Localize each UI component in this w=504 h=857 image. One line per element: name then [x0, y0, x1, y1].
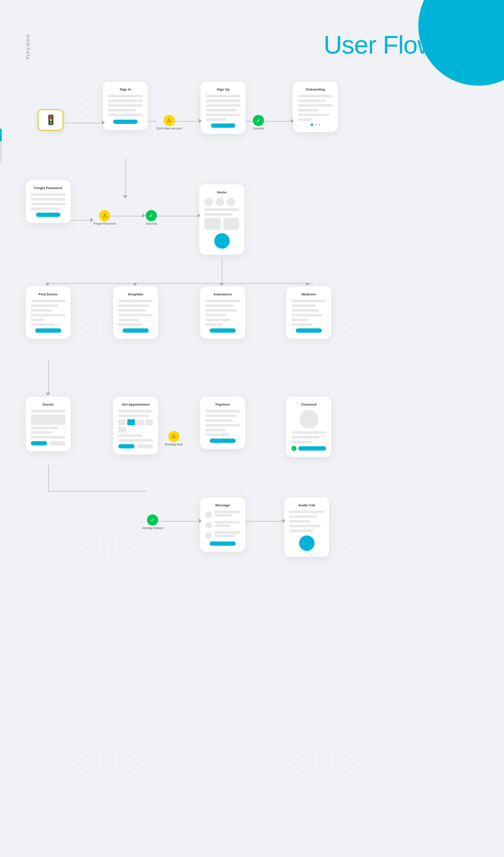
checkout-card: Checkout ✓: [286, 397, 331, 457]
arrow-signup: [199, 119, 202, 123]
forgot-password-status: ⚠ Forgot Password: [93, 210, 116, 225]
conn-signin-warning: [148, 121, 157, 122]
ambulance-title: Ambulance: [205, 292, 240, 296]
medicine-title: Medicine: [291, 292, 326, 296]
forgot-password-title: Forgot Password: [31, 186, 66, 190]
checkout-title: Checkout: [291, 403, 326, 406]
arrow-down-hospitals: [133, 283, 137, 286]
warning-icon-2: ⚠: [99, 210, 110, 221]
dont-have-account-status: ⚠ Don't have account: [156, 115, 182, 130]
arrow-down-forgot: [123, 195, 127, 198]
onboarding-card: Onboarding: [293, 81, 338, 132]
doctor-title: Doctor: [31, 403, 66, 406]
ambulance-card: Ambulance: [200, 286, 245, 339]
check-icon-1: ✓: [253, 115, 264, 126]
arrow-start-signin: [102, 120, 105, 125]
arrow-forgot-success: [142, 213, 145, 218]
conn-forgot-warning: [71, 220, 92, 221]
already-booked-label: Already booked: [142, 526, 163, 529]
success-status-1: ✓ Success: [253, 115, 264, 130]
conn-row5-horiz: [48, 491, 147, 492]
connector-start-signin: [65, 123, 104, 123]
audio-call-card: Audio Call: [284, 497, 329, 557]
conn-home-down: [222, 257, 222, 285]
message-title: Message: [205, 503, 240, 507]
check-icon-3: ✓: [147, 514, 158, 526]
doctor-card: Doctor: [26, 397, 71, 451]
conn-success-home: [159, 216, 199, 217]
already-booked-status: ✓ Already booked: [142, 514, 163, 529]
find-doctor-title: Find Doctor: [31, 292, 66, 296]
success-label-2: Success: [146, 222, 157, 225]
get-appointment-card: Get Appointment: [113, 397, 158, 454]
forgot-password-status-label: Forgot Password: [93, 222, 116, 225]
title-part1: User: [324, 30, 376, 59]
dont-have-account-label: Don't have account: [156, 127, 182, 130]
conn-signin-down: [125, 159, 126, 197]
arrow-audiocall: [282, 519, 285, 523]
arrow-message: [199, 519, 202, 523]
sign-up-title: Sign Up: [206, 87, 240, 91]
success-label-1: Success: [253, 127, 264, 130]
payment-title: Payment: [205, 403, 240, 406]
check-icon-2: ✓: [146, 210, 157, 221]
home-title: Home: [204, 190, 239, 194]
booking-now-label: Booking Now: [165, 443, 183, 446]
find-doctor-card: Find Doctor: [26, 286, 71, 339]
arrow-home: [198, 213, 201, 218]
success-status-2: ✓ Success: [146, 210, 157, 225]
payment-card: Payment: [200, 397, 245, 449]
conn-success-onboarding: [265, 121, 293, 122]
conn-doctor-row5: [48, 465, 49, 491]
conn-finddoctor-doctor: [48, 360, 49, 394]
title-part2: Flow: [376, 30, 435, 59]
page-title: User Flow: [324, 30, 435, 60]
warning-icon-3: ⚠: [168, 431, 180, 442]
sign-in-card: Sign In: [103, 81, 148, 130]
hospitals-title: Hospitals: [118, 292, 153, 296]
arrow-down-medicine: [305, 283, 309, 286]
start-node: 🚦: [38, 109, 63, 131]
sign-up-card: Sign Up: [201, 81, 246, 134]
booking-now-status: ⚠ Booking Now: [165, 431, 183, 446]
medicine-card: Medicine: [286, 286, 331, 339]
arrow-down-doctor: [46, 393, 50, 396]
conn-distributor: [47, 283, 313, 284]
forgot-password-card: Forgot Password: [26, 180, 71, 223]
scroll-indicator[interactable]: [0, 129, 2, 163]
arrow-down-finddoctor: [45, 283, 50, 286]
conn-message-audiocall: [246, 521, 284, 522]
onboarding-title: Onboarding: [298, 87, 333, 91]
message-card: Message: [200, 497, 245, 552]
brand-logo: medihelp: [26, 34, 31, 60]
get-appointment-title: Get Appointment: [118, 403, 153, 406]
home-card: Home: [199, 184, 244, 255]
arrow-down-ambulance: [219, 283, 224, 286]
hospitals-card: Hospitals: [113, 286, 158, 339]
audio-call-title: Audio Call: [289, 503, 324, 507]
warning-icon-1: ⚠: [164, 115, 175, 126]
sign-in-title: Sign In: [108, 87, 143, 91]
arrow-forgot-warning: [90, 218, 93, 222]
arrow-onboarding: [291, 119, 294, 123]
